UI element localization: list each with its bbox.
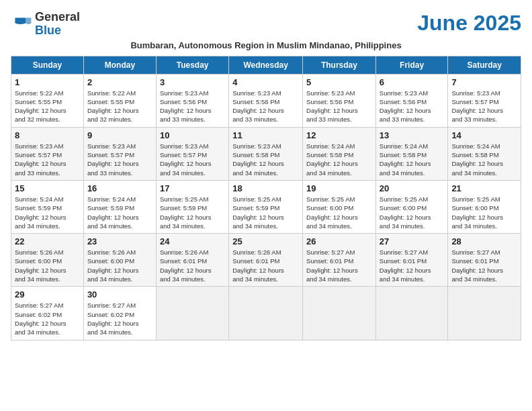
day-number: 22	[15, 236, 80, 246]
day-info: Sunrise: 5:27 AM Sunset: 6:02 PM Dayligh…	[87, 301, 152, 336]
day-number: 9	[87, 130, 152, 140]
day-info: Sunrise: 5:27 AM Sunset: 6:02 PM Dayligh…	[15, 301, 80, 336]
logo-text: General Blue	[35, 11, 80, 38]
day-info: Sunrise: 5:23 AM Sunset: 5:56 PM Dayligh…	[160, 89, 225, 124]
calendar-cell: 27Sunrise: 5:27 AM Sunset: 6:01 PM Dayli…	[375, 234, 448, 287]
calendar-cell: 29Sunrise: 5:27 AM Sunset: 6:02 PM Dayli…	[11, 287, 84, 340]
day-info: Sunrise: 5:24 AM Sunset: 5:58 PM Dayligh…	[306, 142, 372, 177]
calendar-cell: 25Sunrise: 5:26 AM Sunset: 6:01 PM Dayli…	[229, 234, 303, 287]
calendar-cell: 18Sunrise: 5:25 AM Sunset: 5:59 PM Dayli…	[229, 180, 303, 233]
calendar-week-4: 22Sunrise: 5:26 AM Sunset: 6:00 PM Dayli…	[11, 234, 521, 287]
day-number: 7	[451, 77, 517, 87]
calendar-week-5: 29Sunrise: 5:27 AM Sunset: 6:02 PM Dayli…	[11, 287, 521, 340]
svg-rect-0	[11, 13, 32, 35]
month-title: June 2025	[417, 11, 521, 36]
calendar-cell: 28Sunrise: 5:27 AM Sunset: 6:01 PM Dayli…	[448, 234, 521, 287]
day-number: 26	[306, 236, 372, 246]
day-info: Sunrise: 5:24 AM Sunset: 5:59 PM Dayligh…	[15, 195, 80, 230]
calendar-cell: 20Sunrise: 5:25 AM Sunset: 6:00 PM Dayli…	[375, 180, 448, 233]
calendar-cell: 17Sunrise: 5:25 AM Sunset: 5:59 PM Dayli…	[156, 180, 228, 233]
calendar-cell: 7Sunrise: 5:23 AM Sunset: 5:57 PM Daylig…	[448, 74, 521, 127]
day-number: 6	[380, 77, 445, 87]
day-number: 1	[15, 77, 80, 87]
calendar-cell: 1Sunrise: 5:22 AM Sunset: 5:55 PM Daylig…	[11, 74, 84, 127]
day-info: Sunrise: 5:26 AM Sunset: 6:00 PM Dayligh…	[87, 248, 152, 283]
calendar-cell: 22Sunrise: 5:26 AM Sunset: 6:00 PM Dayli…	[11, 234, 84, 287]
calendar-cell: 19Sunrise: 5:25 AM Sunset: 6:00 PM Dayli…	[303, 180, 376, 233]
calendar-cell: 2Sunrise: 5:22 AM Sunset: 5:55 PM Daylig…	[83, 74, 156, 127]
calendar-cell: 3Sunrise: 5:23 AM Sunset: 5:56 PM Daylig…	[156, 74, 228, 127]
day-number: 28	[451, 236, 517, 246]
day-info: Sunrise: 5:27 AM Sunset: 6:01 PM Dayligh…	[451, 248, 517, 283]
calendar-cell: 13Sunrise: 5:24 AM Sunset: 5:58 PM Dayli…	[375, 127, 448, 180]
calendar-cell	[156, 287, 228, 340]
calendar-cell	[375, 287, 448, 340]
day-number: 3	[160, 77, 225, 87]
calendar-header-sunday: Sunday	[11, 56, 84, 74]
day-number: 10	[160, 130, 225, 140]
day-number: 5	[306, 77, 372, 87]
day-info: Sunrise: 5:23 AM Sunset: 5:57 PM Dayligh…	[87, 142, 152, 177]
calendar-cell: 11Sunrise: 5:23 AM Sunset: 5:58 PM Dayli…	[229, 127, 303, 180]
day-number: 20	[380, 183, 445, 193]
day-info: Sunrise: 5:23 AM Sunset: 5:56 PM Dayligh…	[232, 89, 299, 124]
calendar-subtitle: Bumbaran, Autonomous Region in Muslim Mi…	[11, 40, 521, 50]
day-info: Sunrise: 5:26 AM Sunset: 6:01 PM Dayligh…	[232, 248, 299, 283]
day-info: Sunrise: 5:22 AM Sunset: 5:55 PM Dayligh…	[15, 89, 80, 124]
day-info: Sunrise: 5:23 AM Sunset: 5:57 PM Dayligh…	[15, 142, 80, 177]
day-info: Sunrise: 5:26 AM Sunset: 6:00 PM Dayligh…	[15, 248, 80, 283]
day-number: 11	[232, 130, 299, 140]
calendar-header-wednesday: Wednesday	[229, 56, 303, 74]
day-info: Sunrise: 5:24 AM Sunset: 5:59 PM Dayligh…	[87, 195, 152, 230]
day-info: Sunrise: 5:23 AM Sunset: 5:57 PM Dayligh…	[451, 89, 517, 124]
day-info: Sunrise: 5:25 AM Sunset: 6:00 PM Dayligh…	[451, 195, 517, 230]
day-number: 18	[232, 183, 299, 193]
calendar-header-friday: Friday	[375, 56, 448, 74]
calendar-cell: 14Sunrise: 5:24 AM Sunset: 5:58 PM Dayli…	[448, 127, 521, 180]
calendar-week-3: 15Sunrise: 5:24 AM Sunset: 5:59 PM Dayli…	[11, 180, 521, 233]
calendar-cell: 23Sunrise: 5:26 AM Sunset: 6:00 PM Dayli…	[83, 234, 156, 287]
calendar-cell: 26Sunrise: 5:27 AM Sunset: 6:01 PM Dayli…	[303, 234, 376, 287]
calendar-cell: 5Sunrise: 5:23 AM Sunset: 5:56 PM Daylig…	[303, 74, 376, 127]
logo: General Blue	[11, 11, 80, 38]
day-number: 12	[306, 130, 372, 140]
day-info: Sunrise: 5:27 AM Sunset: 6:01 PM Dayligh…	[380, 248, 445, 283]
day-number: 27	[380, 236, 445, 246]
day-info: Sunrise: 5:23 AM Sunset: 5:58 PM Dayligh…	[232, 142, 299, 177]
calendar-week-1: 1Sunrise: 5:22 AM Sunset: 5:55 PM Daylig…	[11, 74, 521, 127]
day-number: 23	[87, 236, 152, 246]
calendar-cell: 6Sunrise: 5:23 AM Sunset: 5:56 PM Daylig…	[375, 74, 448, 127]
day-number: 4	[232, 77, 299, 87]
calendar-cell: 4Sunrise: 5:23 AM Sunset: 5:56 PM Daylig…	[229, 74, 303, 127]
day-info: Sunrise: 5:23 AM Sunset: 5:56 PM Dayligh…	[306, 89, 372, 124]
day-number: 24	[160, 236, 225, 246]
day-number: 30	[87, 289, 152, 300]
calendar-cell: 30Sunrise: 5:27 AM Sunset: 6:02 PM Dayli…	[83, 287, 156, 340]
calendar-cell	[448, 287, 521, 340]
day-number: 19	[306, 183, 372, 193]
day-number: 15	[15, 183, 80, 193]
calendar-table: SundayMondayTuesdayWednesdayThursdayFrid…	[11, 56, 521, 340]
day-number: 14	[451, 130, 517, 140]
day-info: Sunrise: 5:25 AM Sunset: 5:59 PM Dayligh…	[160, 195, 225, 230]
day-number: 13	[380, 130, 445, 140]
calendar-cell: 9Sunrise: 5:23 AM Sunset: 5:57 PM Daylig…	[83, 127, 156, 180]
calendar-header-monday: Monday	[83, 56, 156, 74]
day-info: Sunrise: 5:24 AM Sunset: 5:58 PM Dayligh…	[451, 142, 517, 177]
calendar-cell: 10Sunrise: 5:23 AM Sunset: 5:57 PM Dayli…	[156, 127, 228, 180]
calendar-header-thursday: Thursday	[303, 56, 376, 74]
calendar-header-saturday: Saturday	[448, 56, 521, 74]
calendar-cell: 24Sunrise: 5:26 AM Sunset: 6:01 PM Dayli…	[156, 234, 228, 287]
day-info: Sunrise: 5:25 AM Sunset: 5:59 PM Dayligh…	[232, 195, 299, 230]
logo-icon	[11, 13, 32, 35]
day-number: 21	[451, 183, 517, 193]
day-number: 2	[87, 77, 152, 87]
calendar-cell: 15Sunrise: 5:24 AM Sunset: 5:59 PM Dayli…	[11, 180, 84, 233]
calendar-header-row: SundayMondayTuesdayWednesdayThursdayFrid…	[11, 56, 521, 74]
calendar-cell	[303, 287, 376, 340]
calendar-cell	[229, 287, 303, 340]
day-number: 8	[15, 130, 80, 140]
calendar-cell: 8Sunrise: 5:23 AM Sunset: 5:57 PM Daylig…	[11, 127, 84, 180]
day-info: Sunrise: 5:25 AM Sunset: 6:00 PM Dayligh…	[380, 195, 445, 230]
day-info: Sunrise: 5:24 AM Sunset: 5:58 PM Dayligh…	[380, 142, 445, 177]
